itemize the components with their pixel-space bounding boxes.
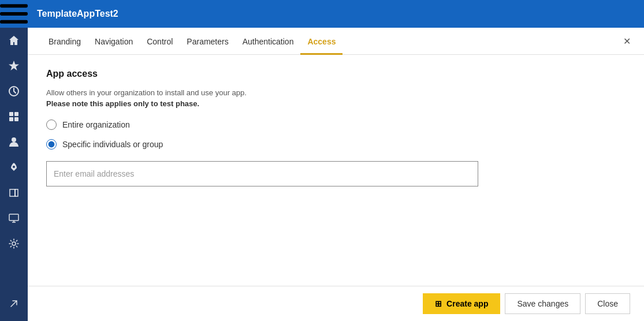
sidebar-item-rocket[interactable] xyxy=(0,155,28,180)
radio-entire-org[interactable]: Entire organization xyxy=(46,120,626,130)
sidebar-item-home[interactable] xyxy=(0,28,28,53)
email-input[interactable] xyxy=(46,161,478,186)
grid-icon xyxy=(8,111,20,122)
footer: ⊞ Create app Save changes Close xyxy=(28,286,644,321)
tab-authentication[interactable]: Authentication xyxy=(236,28,301,55)
home-icon xyxy=(8,35,20,46)
tabs-bar: Branding Navigation Control Parameters A… xyxy=(28,28,644,55)
sidebar-item-recent[interactable] xyxy=(0,79,28,104)
radio-entire-org-input[interactable] xyxy=(46,120,57,130)
svg-rect-2 xyxy=(0,20,28,24)
book-icon xyxy=(8,187,20,199)
radio-group: Entire organization Specific individuals… xyxy=(46,120,626,150)
screen-icon xyxy=(8,212,20,224)
star-icon xyxy=(8,60,20,72)
svg-rect-6 xyxy=(9,117,13,121)
sidebar-item-settings[interactable] xyxy=(0,231,28,256)
radio-specific-input[interactable] xyxy=(46,139,57,150)
tab-access[interactable]: Access xyxy=(300,28,343,55)
gear-icon xyxy=(8,238,20,249)
note-text: Please note this applies only to test ph… xyxy=(46,99,626,108)
create-app-label: Create app xyxy=(446,299,488,308)
app-title: TemplateAppTest2 xyxy=(37,9,118,19)
sidebar-item-favorites[interactable] xyxy=(0,53,28,79)
sidebar-item-apps[interactable] xyxy=(0,104,28,129)
clock-icon xyxy=(8,85,20,97)
svg-rect-4 xyxy=(9,112,13,116)
svg-rect-5 xyxy=(14,112,18,116)
svg-point-8 xyxy=(12,137,16,142)
svg-point-11 xyxy=(12,242,16,245)
person-icon xyxy=(8,136,20,148)
content-area: Branding Navigation Control Parameters A… xyxy=(28,28,644,321)
save-changes-button[interactable]: Save changes xyxy=(505,293,580,314)
main-panel: TemplateAppTest2 Branding Navigation Con… xyxy=(28,0,644,321)
create-app-button[interactable]: ⊞ Create app xyxy=(423,293,500,314)
svg-rect-10 xyxy=(9,214,18,221)
close-panel-button[interactable]: ✕ xyxy=(619,33,635,49)
sidebar-item-external[interactable] xyxy=(0,291,28,316)
sidebar-item-screen[interactable] xyxy=(0,206,28,231)
rocket-icon xyxy=(8,162,20,173)
radio-specific-label: Specific individuals or group xyxy=(62,140,163,149)
svg-point-9 xyxy=(13,166,15,168)
sidebar-menu-button[interactable] xyxy=(0,0,28,28)
close-button[interactable]: Close xyxy=(585,293,630,314)
tab-branding[interactable]: Branding xyxy=(42,28,88,55)
page-body: App access Allow others in your organiza… xyxy=(28,55,644,286)
svg-rect-0 xyxy=(0,4,28,8)
create-app-icon: ⊞ xyxy=(435,299,442,308)
sidebar-item-people[interactable] xyxy=(0,129,28,155)
header: TemplateAppTest2 xyxy=(28,0,644,28)
svg-rect-1 xyxy=(0,12,28,16)
section-title: App access xyxy=(46,69,626,79)
radio-entire-org-label: Entire organization xyxy=(62,120,130,129)
sidebar-bottom xyxy=(0,291,28,321)
arrow-icon xyxy=(8,298,20,309)
tab-parameters[interactable]: Parameters xyxy=(180,28,235,55)
sidebar xyxy=(0,0,28,321)
description-text: Allow others in your organization to ins… xyxy=(46,88,626,97)
tab-navigation[interactable]: Navigation xyxy=(88,28,140,55)
tab-control[interactable]: Control xyxy=(140,28,180,55)
sidebar-item-book[interactable] xyxy=(0,180,28,206)
svg-rect-7 xyxy=(14,117,18,121)
radio-specific[interactable]: Specific individuals or group xyxy=(46,139,626,150)
hamburger-icon xyxy=(0,0,28,28)
